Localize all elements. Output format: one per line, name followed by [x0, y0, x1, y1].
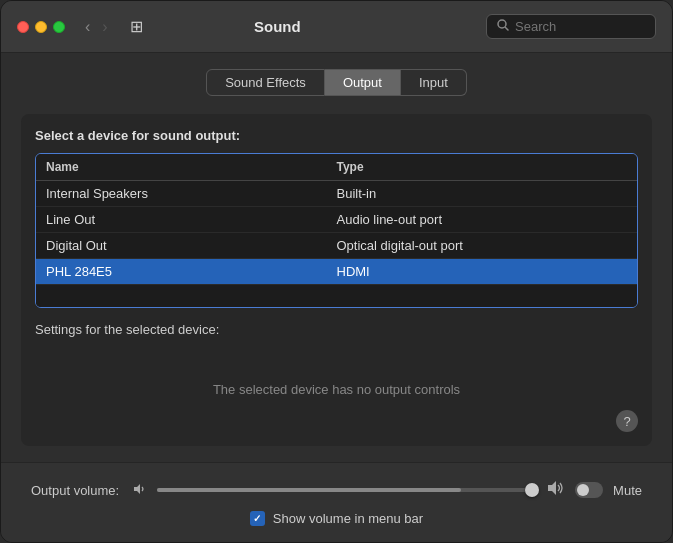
bottom-bar: Output volume:: [1, 462, 672, 542]
volume-high-icon: [547, 479, 565, 501]
device-name: PHL 284E5: [46, 264, 337, 279]
search-input[interactable]: [515, 19, 635, 34]
settings-label: Settings for the selected device:: [35, 322, 638, 337]
device-type: Audio line-out port: [337, 212, 628, 227]
maximize-button[interactable]: [53, 21, 65, 33]
tab-output[interactable]: Output: [325, 69, 401, 96]
svg-line-1: [506, 28, 509, 31]
svg-marker-3: [548, 481, 556, 495]
svg-point-0: [498, 20, 506, 28]
show-volume-label: Show volume in menu bar: [273, 511, 423, 526]
tab-input[interactable]: Input: [401, 69, 467, 96]
device-type: Optical digital-out port: [337, 238, 628, 253]
search-box[interactable]: [486, 14, 656, 39]
tab-bar: Sound Effects Output Input: [21, 69, 652, 96]
mute-label: Mute: [613, 483, 642, 498]
mute-toggle-knob: [577, 484, 589, 496]
volume-slider-fill: [157, 488, 461, 492]
device-table: Name Type Internal Speakers Built-in Lin…: [35, 153, 638, 308]
mute-toggle[interactable]: [575, 482, 603, 498]
volume-slider-thumb: [525, 483, 539, 497]
no-controls-area: The selected device has no output contro…: [35, 347, 638, 432]
help-button[interactable]: ?: [616, 410, 638, 432]
no-controls-text: The selected device has no output contro…: [213, 382, 460, 397]
window-title: Sound: [77, 18, 478, 35]
device-name: Line Out: [46, 212, 337, 227]
tab-sound-effects[interactable]: Sound Effects: [206, 69, 325, 96]
volume-low-icon: [133, 482, 147, 499]
titlebar: ‹ › ⊞ Sound: [1, 1, 672, 53]
table-row-selected[interactable]: PHL 284E5 HDMI: [36, 259, 637, 285]
table-row[interactable]: Digital Out Optical digital-out port: [36, 233, 637, 259]
main-content: Sound Effects Output Input Select a devi…: [1, 53, 672, 462]
search-icon: [497, 19, 509, 34]
device-select-label: Select a device for sound output:: [35, 128, 638, 143]
svg-marker-2: [134, 484, 140, 494]
show-volume-row: Show volume in menu bar: [250, 511, 423, 526]
device-type: HDMI: [337, 264, 628, 279]
device-name: Internal Speakers: [46, 186, 337, 201]
show-volume-checkbox[interactable]: [250, 511, 265, 526]
table-row[interactable]: Line Out Audio line-out port: [36, 207, 637, 233]
col-header-name: Name: [46, 160, 337, 174]
volume-row: Output volume:: [31, 479, 642, 501]
table-header: Name Type: [36, 154, 637, 181]
col-header-type: Type: [337, 160, 628, 174]
device-type: Built-in: [337, 186, 628, 201]
device-name: Digital Out: [46, 238, 337, 253]
window: ‹ › ⊞ Sound Sound Effects Output Input S…: [0, 0, 673, 543]
output-panel: Select a device for sound output: Name T…: [21, 114, 652, 446]
traffic-lights: [17, 21, 65, 33]
volume-slider[interactable]: [157, 488, 537, 492]
output-volume-label: Output volume:: [31, 483, 119, 498]
minimize-button[interactable]: [35, 21, 47, 33]
table-empty-row: [36, 285, 637, 307]
table-body: Internal Speakers Built-in Line Out Audi…: [36, 181, 637, 307]
settings-section: Settings for the selected device: The se…: [35, 322, 638, 432]
table-row[interactable]: Internal Speakers Built-in: [36, 181, 637, 207]
close-button[interactable]: [17, 21, 29, 33]
